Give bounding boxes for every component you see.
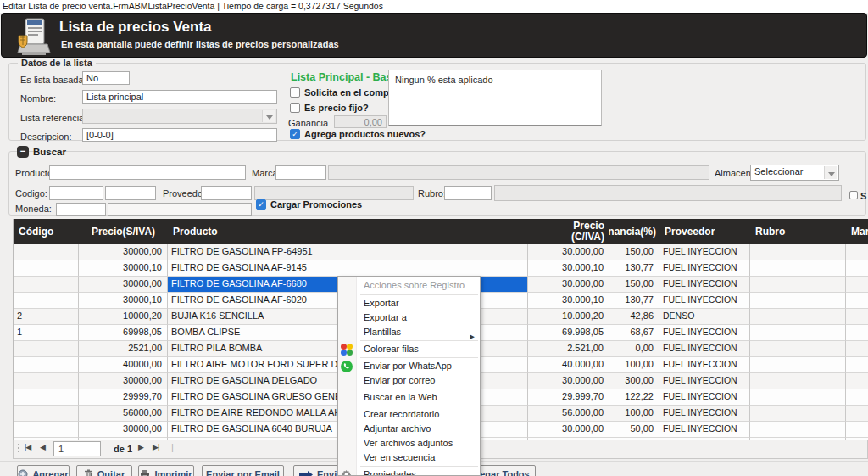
cell-marca[interactable] [846,406,868,422]
cell-marca[interactable] [846,244,868,260]
ganancia-field[interactable]: 0,00 [334,115,387,128]
codigo-input-1[interactable] [49,186,103,200]
cell-proveedor[interactable]: FUEL INYECCION [659,373,750,389]
cell-rubro[interactable] [750,373,846,389]
context-menu-item[interactable]: Exportar [338,296,480,311]
cell-ganancia[interactable]: 122,22 [609,389,659,406]
column-header-precio-siva[interactable]: Precio(S/IVA) [79,219,168,244]
cell-precio-siva[interactable]: 69998,05 [79,325,168,341]
column-header-marca[interactable]: Marca [846,219,868,244]
cell-producto[interactable]: FILTRO DE GASOLINA AF-9145 [168,260,528,277]
context-menu-item[interactable]: Crear recordatorio [338,407,480,422]
cell-codigo[interactable] [14,293,79,309]
context-menu-item[interactable]: Adjuntar archivo [338,422,480,436]
cell-precio-civa[interactable]: 10.000,20 [528,309,609,325]
enviar-por-email-button[interactable]: Enviar por Email [202,465,284,476]
cell-precio-civa[interactable]: 30.000,10 [528,260,609,277]
cell-precio-civa[interactable]: 40.000,00 [528,357,609,373]
cell-rubro[interactable] [750,341,846,357]
cell-proveedor[interactable]: FUEL INYECCION [659,293,750,309]
cell-rubro[interactable] [750,357,846,373]
cell-ganancia[interactable]: 300,00 [609,373,659,389]
rubro-code-input[interactable] [444,186,492,200]
collapse-search-button[interactable]: − [17,146,29,158]
cell-codigo[interactable] [14,373,79,389]
agregar-button[interactable]: Agregar [17,465,70,476]
cell-precio-civa[interactable]: 30.000,00 [528,244,609,260]
context-menu-item[interactable]: Ver archivos adjuntos [338,436,480,451]
marca-code-input[interactable] [275,165,326,180]
cell-proveedor[interactable]: FUEL INYECCION [659,277,750,293]
cell-marca[interactable] [846,373,868,389]
cell-rubro[interactable] [750,309,846,325]
cell-precio-civa[interactable]: 69.998,05 [528,325,609,341]
cell-rubro[interactable] [750,277,846,293]
rubro-name-input[interactable] [494,185,842,201]
cell-precio-civa[interactable]: 30.000,10 [528,293,609,309]
cell-precio-civa[interactable]: 29.999,70 [528,389,609,406]
cell-codigo[interactable] [14,341,79,357]
cell-proveedor[interactable]: DENSO [659,309,750,325]
cell-ganancia[interactable]: 130,77 [609,260,659,277]
cell-marca[interactable] [846,325,868,341]
cell-precio-siva[interactable]: 2521,00 [79,341,168,357]
first-page-button[interactable]: |◀ [25,443,31,451]
cell-rubro[interactable] [750,325,846,341]
cell-ganancia[interactable]: 130,77 [609,293,659,309]
cell-precio-siva[interactable]: 30000,10 [79,293,168,309]
proveedor-code-input[interactable] [201,186,252,200]
column-header-ganancia[interactable]: Ganancia(%) [609,219,659,244]
cell-proveedor[interactable]: FUEL INYECCION [659,244,750,260]
context-menu-item[interactable]: Propiedades [338,468,480,476]
cell-precio-civa[interactable]: 2.521,00 [528,341,609,357]
cell-codigo[interactable]: 1 [14,325,79,341]
cell-ganancia[interactable]: 50,00 [609,422,659,438]
cell-ganancia[interactable]: 100,00 [609,406,659,422]
cell-codigo[interactable] [14,357,79,373]
cell-ganancia[interactable]: 100,00 [609,357,659,373]
cell-proveedor[interactable]: FUEL INYECCION [659,341,750,357]
cell-codigo[interactable] [14,422,79,438]
cell-precio-civa[interactable]: 30.000,00 [528,422,609,438]
context-menu-item[interactable]: Colorear filas [338,342,480,356]
cell-proveedor[interactable]: FUEL INYECCION [659,325,750,341]
nombre-field[interactable]: Lista principal [82,90,277,104]
context-menu-item[interactable]: Buscar en la Web [338,390,480,405]
cell-marca[interactable] [846,422,868,438]
marca-name-input[interactable] [328,165,709,180]
cell-precio-siva[interactable]: 10000,20 [79,309,168,325]
context-menu-item[interactable]: Exportar a [338,311,480,325]
column-header-producto[interactable]: Producto [168,219,528,244]
page-number-input[interactable]: 1 [53,441,101,456]
column-header-codigo[interactable]: Código [14,219,79,244]
es-precio-fijo-checkbox[interactable] [290,103,300,113]
cell-precio-civa[interactable]: 30.000,00 [528,373,609,389]
table-row[interactable]: 30000,00 FILTRO DE GASOLINA FP-64951 30.… [14,244,868,260]
cell-marca[interactable] [846,277,868,293]
cell-proveedor[interactable]: FUEL INYECCION [659,422,750,438]
moneda-code-input[interactable] [56,203,106,216]
cell-rubro[interactable] [750,422,846,438]
cell-producto[interactable]: FILTRO DE GASOLINA FP-64951 [168,244,528,260]
proveedor-name-input[interactable] [254,186,414,200]
chevron-down-icon[interactable] [824,166,837,179]
cargar-promociones-checkbox[interactable]: ✓ [256,199,266,210]
cell-proveedor[interactable]: FUEL INYECCION [659,406,750,422]
cell-ganancia[interactable]: 150,00 [609,277,659,293]
cell-codigo[interactable] [14,277,79,293]
context-menu-item[interactable]: Plantillas▶ [338,325,480,339]
context-menu-item[interactable]: Enviar por WhatsApp [338,359,480,373]
cell-ganancia[interactable]: 0,00 [609,341,659,357]
cell-marca[interactable] [846,341,868,357]
cell-rubro[interactable] [750,244,846,260]
cell-rubro[interactable] [750,406,846,422]
quitar-button[interactable]: Quitar [76,465,132,476]
column-header-proveedor[interactable]: Proveedor [659,219,750,244]
agrega-productos-checkbox[interactable]: ✓ [290,129,300,139]
table-row[interactable]: 30000,10 FILTRO DE GASOLINA AF-9145 30.0… [14,260,868,277]
context-menu-item[interactable]: Enviar por correo [338,373,480,388]
cell-precio-civa[interactable]: 56.000,00 [528,406,609,422]
column-header-precio-civa[interactable]: Precio (C/IVA) [528,219,609,244]
cell-precio-civa[interactable]: 30.000,00 [528,277,609,293]
descripcion-field[interactable]: [0-0-0] [82,128,277,142]
